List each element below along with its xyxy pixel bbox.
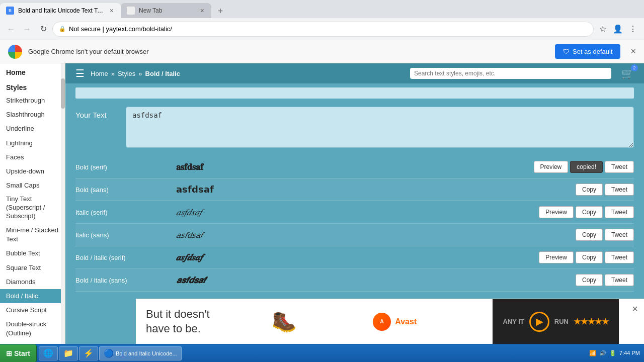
ad-close-button[interactable]: × [632,303,638,315]
sidebar-home[interactable]: Home [0,63,65,78]
ad-run-label: RUN [554,318,569,325]
folder-icon: 📁 [63,348,73,358]
ad-play-button[interactable]: ▶ [529,312,549,332]
sidebar-item-mini-me[interactable]: Mini-me / Stacked Text [0,223,65,246]
copy-button-bold-italic-serif[interactable]: Copy [576,251,603,263]
sidebar-item-faces[interactable]: Faces [0,150,65,164]
tab-favicon-2 [127,7,135,15]
tweet-button-italic-serif[interactable]: Tweet [605,206,634,218]
new-tab-button[interactable]: + [213,4,227,18]
taskbar-app-chrome[interactable]: 🔵 Bold and Italic Unicode... [99,346,182,360]
tab-1[interactable]: B Bold and Italic Unicode Text Tool - 1 … [0,3,121,18]
style-row-bold-sans: Bold (sans) 𝗮𝘀𝗳𝗱𝘀𝗮𝗳 Copy Tweet [75,178,634,201]
breadcrumb-styles[interactable]: Styles [118,70,135,77]
tweet-button-bold-serif[interactable]: Tweet [605,161,634,173]
hamburger-icon[interactable]: ☰ [75,67,85,79]
style-preview-italic-sans: 𝘢𝘴𝘧𝘥𝘴𝘢𝘧 [176,230,576,240]
preview-button-bold-serif[interactable]: Preview [534,161,569,173]
notification-close[interactable]: × [630,46,636,57]
star-icon[interactable]: ☆ [596,22,610,36]
taskbar-app-ie[interactable]: 🌐 [39,346,58,360]
style-actions-italic-sans: Copy Tweet [576,229,634,241]
tweet-button-bold-italic-sans[interactable]: Tweet [605,274,634,286]
sidebar-item-cursive[interactable]: Cursive Script [0,303,65,317]
tab-close-2[interactable]: × [199,6,205,16]
style-name-bold-serif: Bold (serif) [75,163,176,171]
style-name-bold-italic-sans: Bold / italic (sans) [75,277,176,284]
sidebar-item-double-struck[interactable]: Double-struck (Outline) [0,317,65,340]
account-icon[interactable]: 👤 [611,22,625,36]
tab-2[interactable]: New Tab × [121,3,211,18]
style-name-italic-serif: Italic (serif) [75,209,176,216]
copy-button-bold-sans[interactable]: Copy [576,184,603,196]
chrome-logo [8,45,22,59]
refresh-button[interactable]: ↻ [36,22,50,36]
sidebar: Home Styles Strikethrough Slashthrough U… [0,63,65,344]
tab-title-2: New Tab [139,7,195,14]
sidebar-item-underline[interactable]: Underline [0,122,65,136]
cart-badge: 2 [631,64,638,71]
style-preview-bold-italic-sans: 𝙖𝙨𝙛𝙙𝙨𝙖𝙛 [176,275,576,286]
taskbar-time[interactable]: 7:44 PM [619,349,640,356]
copy-button-italic-serif[interactable]: Copy [576,206,603,218]
set-default-label: Set as default [573,48,613,55]
preview-button-bold-italic-serif[interactable]: Preview [539,251,574,263]
copy-button-italic-sans[interactable]: Copy [576,229,603,241]
copy-button-bold-italic-sans[interactable]: Copy [576,274,603,286]
tweet-button-bold-italic-serif[interactable]: Tweet [605,251,634,263]
ad-image: 🥾 [272,310,297,333]
sidebar-item-small-caps[interactable]: Small Caps [0,178,65,193]
sidebar-item-tiny-text[interactable]: Tiny Text (Superscript / Subscript) [0,193,65,223]
tweet-button-italic-sans[interactable]: Tweet [605,229,634,241]
tab-close-1[interactable]: × [109,6,115,16]
your-text-label: Your Text [75,107,116,119]
search-bar[interactable] [410,68,611,79]
chrome-window: B Bold and Italic Unicode Text Tool - 1 … [0,0,644,344]
copy-button-bold-serif[interactable]: copied! [570,161,603,173]
taskbar: ⊞ Start 🌐 📁 ⚡ 🔵 Bold and Italic Unicode.… [0,344,644,362]
sidebar-item-strikethrough[interactable]: Strikethrough [0,94,65,108]
time-display: 7:44 PM [619,349,640,356]
search-input[interactable] [414,70,607,77]
style-preview-bold-serif: 𝐚𝐬𝐟𝐝𝐬𝐚𝐟 [176,162,534,172]
start-button[interactable]: ⊞ Start [0,344,37,362]
shield-icon: 🛡 [563,48,570,55]
preview-button-italic-serif[interactable]: Preview [539,206,574,218]
sidebar-item-bubble-text[interactable]: Bubble Text [0,246,65,260]
chrome-icon: 🔵 [104,348,114,358]
sidebar-item-lightning[interactable]: Lightning [0,136,65,150]
taskbar-tray: 📶 🔊 🔋 7:44 PM [585,349,644,356]
toolbar-icons: ☆ 👤 ⋮ [596,22,640,36]
sidebar-item-diamonds[interactable]: Diamonds [0,275,65,289]
ad-text: But it doesn'thave to be. [146,307,257,336]
address-row: ← → ↻ 🔒 Not secure | yaytext.com/bold-it… [0,18,644,40]
breadcrumb-home[interactable]: Home [91,70,108,77]
address-bar[interactable]: 🔒 Not secure | yaytext.com/bold-italic/ [52,22,594,37]
sidebar-item-slashthrough[interactable]: Slashthrough [0,108,65,122]
tweet-button-bold-sans[interactable]: Tweet [605,184,634,196]
taskbar-app-avast[interactable]: ⚡ [79,346,98,360]
start-icon: ⊞ [6,349,12,357]
cart-icon[interactable]: 🛒 2 [621,67,634,79]
sidebar-item-upside-down[interactable]: Upside-down [0,164,65,178]
set-default-button[interactable]: 🛡 Set as default [555,44,621,59]
back-button[interactable]: ← [4,22,18,36]
ad-right-section: ANY IT ▶ RUN ★★★★★ [493,299,619,344]
taskbar-app-explorer[interactable]: 📁 [59,346,78,360]
style-name-bold-italic-serif: Bold / italic (serif) [75,254,176,261]
text-input[interactable]: asfdsaf [126,107,634,148]
style-row-bold-serif: Bold (serif) 𝐚𝐬𝐟𝐝𝐬𝐚𝐟 Preview copied! Twe… [75,156,634,178]
notification-bar: Google Chrome isn't your default browser… [0,40,644,63]
ad-any-it-run: ANY IT [503,318,524,325]
extensions-icon[interactable]: ⋮ [626,22,640,36]
ad-text-block: But it doesn'thave to be. [146,307,257,336]
sidebar-item-bold-italic[interactable]: Bold / Italic [0,289,65,303]
chrome-app-label: Bold and Italic Unicode... [116,350,177,356]
avast-label: Avast [395,317,417,326]
sidebar-item-square-text[interactable]: Square Text [0,261,65,275]
style-row-bold-italic-sans: Bold / italic (sans) 𝙖𝙨𝙛𝙙𝙨𝙖𝙛 Copy Tweet [75,269,634,292]
tab-favicon-1: B [6,7,14,15]
forward-button[interactable]: → [20,22,34,36]
notification-text: Google Chrome isn't your default browser [28,48,549,55]
style-row-italic-serif: Italic (serif) 𝑎𝑠𝑓𝑑𝑠𝑎𝑓 Preview Copy Twee… [75,201,634,224]
